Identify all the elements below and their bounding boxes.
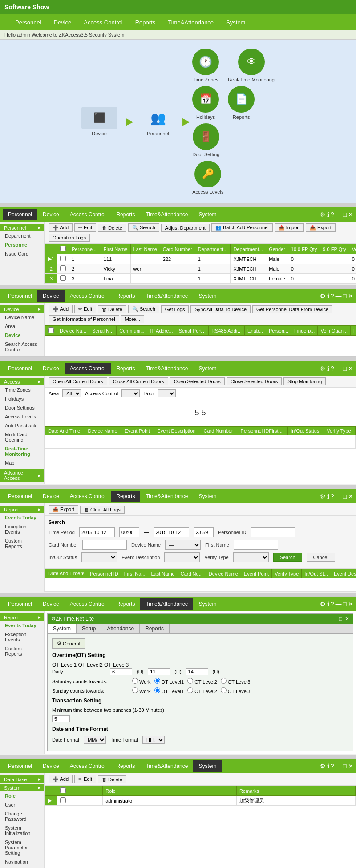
p2-edit-btn[interactable]: ✏ Edit xyxy=(74,305,96,313)
p3-col-card[interactable]: Card Number xyxy=(201,427,238,435)
ta-popup-close[interactable]: ✕ xyxy=(345,616,349,622)
table-row[interactable]: 3 3 Lina 1 XJMTECH Female 0 0 0 xyxy=(45,274,356,284)
p4-col-cardno[interactable]: Card Nu... xyxy=(178,569,206,578)
p4-tab-ta[interactable]: Time&Attendance xyxy=(140,491,193,502)
p1-sidebar-department[interactable]: Department xyxy=(0,231,44,240)
p1-col-dept1[interactable]: Department... xyxy=(195,244,231,254)
p6-sidebar-sys-init[interactable]: System Initialization xyxy=(0,823,44,838)
p2-delete-btn[interactable]: 🗑 Delete xyxy=(98,305,126,313)
ta-popup-maximize[interactable]: □ xyxy=(339,616,342,622)
ta-nav-reports[interactable]: Reports xyxy=(140,624,170,633)
p2-settings-icon[interactable]: ⚙ xyxy=(320,292,326,300)
ta-sun-ot1[interactable] xyxy=(154,687,160,693)
p2-col-enab[interactable]: Enab... xyxy=(245,326,266,336)
p6-select-all[interactable] xyxy=(60,787,66,793)
p3-tab-personnel[interactable]: Personnel xyxy=(3,363,37,374)
p1-tab-system[interactable]: System xyxy=(193,209,222,220)
p3-open-all-btn[interactable]: Open All Current Doors xyxy=(49,377,107,385)
p1-col-vein[interactable]: Vein Quantity xyxy=(349,244,356,254)
p4-report-header[interactable]: Report ▸ xyxy=(0,506,44,513)
p4-cancel-btn[interactable]: Cancel xyxy=(307,553,335,562)
close-icon[interactable]: ✕ xyxy=(348,211,353,218)
p1-col-last-name[interactable]: Last Name xyxy=(130,244,160,254)
p5-maximize-icon[interactable]: □ xyxy=(343,600,347,608)
settings-icon[interactable]: ⚙ xyxy=(320,211,326,218)
p4-col-firstname[interactable]: First Na... xyxy=(121,569,148,578)
p4-settings-icon[interactable]: ⚙ xyxy=(320,493,326,500)
p5-info-icon[interactable]: ℹ xyxy=(327,600,329,608)
p2-maximize-icon[interactable]: □ xyxy=(343,292,347,300)
p6-settings-icon[interactable]: ⚙ xyxy=(320,763,326,770)
p6-row1-cb[interactable] xyxy=(60,797,66,803)
nav-reports[interactable]: Reports xyxy=(129,16,162,29)
info-icon[interactable]: ℹ xyxy=(327,211,329,218)
p6-sys-header[interactable]: System ▸ xyxy=(0,784,44,791)
p3-sidebar-multi-card[interactable]: Multi-Card Opening xyxy=(0,430,44,444)
p6-db-header[interactable]: Data Base ▸ xyxy=(0,775,44,783)
p6-tab-ta[interactable]: Time&Attendance xyxy=(140,760,193,772)
p4-date-from[interactable] xyxy=(79,527,115,537)
p1-tab-reports[interactable]: Reports xyxy=(111,209,140,220)
p2-sync-btn[interactable]: Sync All Data To Device xyxy=(190,305,251,313)
p4-personnel-id-input[interactable] xyxy=(251,527,295,537)
ta-sun-ot3[interactable] xyxy=(221,687,227,693)
p2-sidebar-device-name[interactable]: Device Name xyxy=(0,313,44,322)
p2-info-icon[interactable]: ℹ xyxy=(327,292,329,300)
p4-col-inout[interactable]: In/Out St... xyxy=(302,569,331,578)
p6-edit-btn[interactable]: ✏ Edit xyxy=(74,775,96,783)
p4-col-verify[interactable]: Verify Type xyxy=(272,569,302,578)
p4-col-datetime[interactable]: Date And Time ▾ xyxy=(45,569,87,578)
p3-minimize-icon[interactable]: — xyxy=(336,365,342,372)
p2-tab-reports[interactable]: Reports xyxy=(111,290,140,302)
p4-event-desc-select[interactable]: — xyxy=(164,552,200,562)
p2-col-serial[interactable]: Serial N... xyxy=(89,326,116,336)
ta-daily-v2[interactable] xyxy=(148,668,170,675)
p1-adjust-dept-btn[interactable]: Adjust Department xyxy=(161,224,210,232)
p5-tab-personnel[interactable]: Personnel xyxy=(3,598,37,610)
p4-tab-system[interactable]: System xyxy=(193,491,222,502)
p6-col-remarks[interactable]: Remarks xyxy=(236,786,355,796)
p6-minimize-icon[interactable]: — xyxy=(336,763,342,770)
ta-sun-ot2[interactable] xyxy=(187,687,193,693)
ta-nav-system[interactable]: System xyxy=(48,624,77,633)
p3-close-selected-btn[interactable]: Close Selected Doors xyxy=(227,377,282,385)
p2-sidebar-device[interactable]: Device xyxy=(0,331,44,340)
p1-col-dept2[interactable]: Department... xyxy=(231,244,266,254)
nav-time-attendance[interactable]: Time&Attendance xyxy=(162,16,220,29)
table-row[interactable]: ▶1 administrator 超级管理员 xyxy=(45,796,356,806)
p2-search-btn[interactable]: 🔍 Search xyxy=(128,305,159,313)
p1-tab-device[interactable]: Device xyxy=(37,209,65,220)
p3-advance-header[interactable]: Advance Access ▸ xyxy=(0,469,44,482)
table-row[interactable]: 2 2 Vicky wen 1 XJMTECH Male 0 0 0 xyxy=(45,264,356,274)
p2-col-ip[interactable]: IP Addre... xyxy=(147,326,176,336)
p1-op-logs-btn[interactable]: Operation Logs xyxy=(49,234,90,242)
p1-batch-add-btn[interactable]: 👥 Batch Add Personnel xyxy=(211,223,273,232)
p2-select-all[interactable] xyxy=(48,327,54,333)
nav-personnel[interactable]: Personnel xyxy=(9,16,48,29)
p3-info-icon[interactable]: ℹ xyxy=(327,365,329,372)
p4-date-to[interactable] xyxy=(154,527,189,537)
p6-col-role[interactable]: Role xyxy=(103,786,237,796)
p2-more-btn[interactable]: More... xyxy=(121,315,144,323)
p4-inout-select[interactable]: — xyxy=(81,552,117,562)
ta-nav-setup[interactable]: Setup xyxy=(77,624,101,633)
p3-close-icon[interactable]: ✕ xyxy=(348,365,353,372)
p1-col-gender[interactable]: Gender xyxy=(266,244,288,254)
p5-settings-icon[interactable]: ⚙ xyxy=(320,600,326,608)
p4-custom-reports[interactable]: Custom Reports xyxy=(0,536,44,551)
p4-col-eventdesc[interactable]: Event Descripti... xyxy=(331,569,356,578)
p3-settings-icon[interactable]: ⚙ xyxy=(320,365,326,372)
p2-get-logs-btn[interactable]: Get Logs xyxy=(161,305,189,313)
p3-sidebar-time-zones[interactable]: Time Zones xyxy=(0,385,44,394)
p3-area-select[interactable]: All xyxy=(62,389,81,397)
p6-sidebar-sys-param[interactable]: System Parameter Setting xyxy=(0,838,44,857)
p6-sidebar-change-pwd[interactable]: Change Password xyxy=(0,809,44,823)
p2-close-icon[interactable]: ✕ xyxy=(348,292,353,300)
minimize-icon[interactable]: — xyxy=(336,211,342,218)
p1-import-btn[interactable]: 📥 Import xyxy=(275,223,304,232)
p4-maximize-icon[interactable]: □ xyxy=(343,493,347,500)
p6-tab-personnel[interactable]: Personnel xyxy=(3,760,37,772)
p1-col-personnel-id[interactable]: Personnel... xyxy=(69,244,101,254)
p3-sidebar-door-settings[interactable]: Door Settings xyxy=(0,403,44,412)
p3-sidebar-holidays[interactable]: Holidays xyxy=(0,394,44,403)
